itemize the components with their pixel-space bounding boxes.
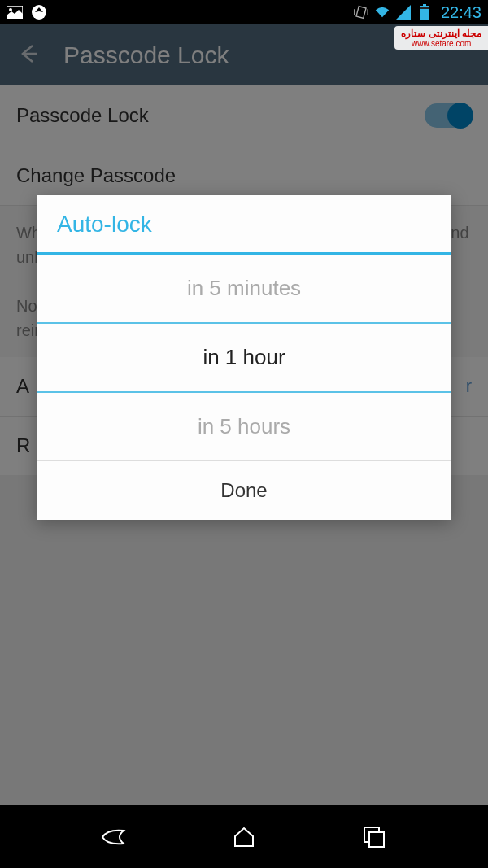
dialog-title: Auto-lock xyxy=(37,195,451,255)
picker-option-next[interactable]: in 5 hours xyxy=(37,393,451,461)
status-bar: 22:43 xyxy=(0,0,488,24)
vibrate-icon xyxy=(353,4,369,20)
svg-rect-8 xyxy=(420,7,429,9)
svg-rect-3 xyxy=(356,7,366,19)
picker-option-selected[interactable]: in 1 hour xyxy=(37,324,451,393)
svg-point-2 xyxy=(32,5,46,20)
watermark-url: www.setare.com xyxy=(401,39,481,48)
status-time: 22:43 xyxy=(441,3,481,22)
svg-rect-6 xyxy=(423,4,426,6)
location-icon xyxy=(31,4,47,20)
battery-icon xyxy=(416,4,433,20)
navigation-bar xyxy=(0,805,488,868)
picker-option-prev[interactable]: in 5 minutes xyxy=(37,255,451,324)
watermark: مجله اینترنتی ستاره www.setare.com xyxy=(394,26,488,50)
nav-back-icon[interactable] xyxy=(98,821,130,853)
svg-rect-11 xyxy=(369,832,384,847)
auto-lock-dialog: Auto-lock in 5 minutes in 1 hour in 5 ho… xyxy=(37,195,451,520)
nav-home-icon[interactable] xyxy=(228,821,260,853)
svg-point-1 xyxy=(9,8,12,11)
picture-icon xyxy=(7,4,23,20)
status-right: 22:43 xyxy=(353,3,481,22)
signal-icon xyxy=(395,4,412,20)
nav-recent-icon[interactable] xyxy=(358,821,390,853)
watermark-text: مجله اینترنتی ستاره xyxy=(401,28,481,39)
status-left xyxy=(7,4,47,20)
done-button[interactable]: Done xyxy=(37,461,451,520)
wifi-icon xyxy=(374,4,390,20)
